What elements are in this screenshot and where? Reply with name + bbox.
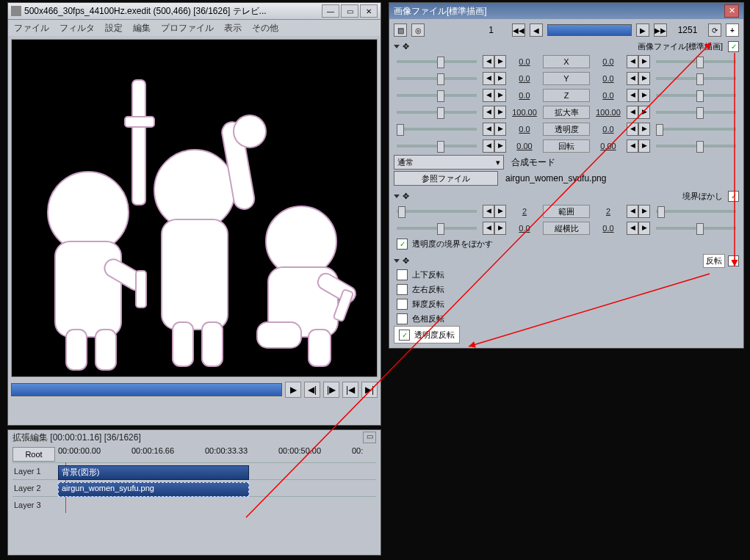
rot-value-right[interactable]: 0.00	[593, 142, 624, 150]
section-image-enable[interactable]: ✓	[728, 41, 739, 52]
minimize-button[interactable]: —	[322, 4, 339, 18]
scale-value-right[interactable]: 100.00	[593, 108, 624, 117]
rot-value-left[interactable]: 0.00	[509, 142, 540, 150]
flip-h-check[interactable]	[397, 284, 408, 295]
flip-v-check[interactable]	[397, 269, 408, 280]
aspect-slider-right[interactable]	[656, 227, 736, 230]
time-ruler[interactable]: 00:00:00.00 00:00:16.66 00:00:33.33 00:0…	[58, 446, 376, 462]
refresh-icon[interactable]: ⟳	[708, 23, 721, 37]
maximize-button[interactable]: ▭	[341, 4, 358, 18]
playback-slider[interactable]	[11, 383, 282, 396]
frame-prev-button[interactable]: ◀	[530, 23, 543, 37]
z-value-right[interactable]: 0.0	[593, 91, 624, 100]
alpha-slider-right[interactable]	[656, 128, 736, 131]
y-value-left[interactable]: 0.0	[509, 74, 540, 83]
layer-3-track[interactable]	[58, 498, 376, 512]
y-slider-right[interactable]	[656, 77, 736, 80]
clip-image[interactable]: airgun_women_syufu.png	[58, 482, 249, 497]
flip-lum-check[interactable]	[397, 299, 408, 310]
x-slider-left[interactable]	[397, 60, 477, 63]
timeline-collapse-icon[interactable]: ▭	[363, 432, 376, 443]
properties-close-button[interactable]: ✕	[724, 4, 739, 18]
next-kf-button[interactable]: ▶|	[361, 382, 378, 398]
layer-2-track[interactable]: airgun_women_syufu.png	[58, 481, 376, 495]
timeline-title[interactable]: 拡張編集 [00:00:01.16] [36/1626] ▭	[8, 430, 381, 445]
scale-slider-left[interactable]	[397, 111, 477, 114]
y-value-right[interactable]: 0.0	[593, 74, 624, 83]
z-slider-right[interactable]	[656, 94, 736, 97]
step-fwd-button[interactable]: |▶	[323, 382, 339, 398]
layer-2-label[interactable]: Layer 2	[12, 484, 58, 492]
app-icon	[11, 6, 21, 16]
aspect-value-left[interactable]: 0.0	[509, 224, 540, 233]
x-slider-right[interactable]	[656, 60, 736, 63]
layer-1-track[interactable]: 背景(図形)	[58, 465, 376, 478]
svg-rect-10	[202, 322, 223, 366]
reference-file-button[interactable]: 参照ファイル	[394, 171, 498, 186]
section-flip-enable[interactable]: ✓	[728, 255, 739, 266]
blur-alpha-check[interactable]: ✓	[397, 239, 408, 250]
frame-last-button[interactable]: ▶▶	[654, 23, 667, 37]
menu-other[interactable]: その他	[252, 22, 278, 34]
scale-value-left[interactable]: 100.00	[509, 108, 540, 117]
collapse-icon[interactable]	[394, 259, 400, 263]
layer-3-label[interactable]: Layer 3	[12, 501, 58, 509]
aspect-value-right[interactable]: 0.0	[593, 224, 624, 233]
menu-profile[interactable]: プロファイル	[161, 22, 214, 34]
scale-label[interactable]: 拡大率	[543, 106, 590, 119]
target-icon[interactable]: ◎	[411, 23, 425, 37]
range-value-left[interactable]: 2	[509, 207, 540, 216]
flip-hue-check[interactable]	[397, 313, 408, 324]
alpha-label[interactable]: 透明度	[543, 123, 590, 136]
prev-kf-button[interactable]: |◀	[342, 382, 358, 398]
anchor-icon[interactable]: ▨	[394, 23, 407, 37]
x-value-left[interactable]: 0.0	[509, 57, 540, 66]
collapse-icon[interactable]	[394, 45, 400, 48]
layer-1-label[interactable]: Layer 1	[12, 467, 58, 476]
x-inc[interactable]: ▶	[494, 55, 506, 68]
rot-slider-right[interactable]	[656, 145, 736, 148]
range-label[interactable]: 範囲	[543, 205, 590, 218]
root-button[interactable]: Root	[12, 447, 55, 462]
z-label[interactable]: Z	[543, 89, 590, 102]
play-button[interactable]: ▶	[285, 382, 301, 398]
alpha-value-left[interactable]: 0.0	[509, 125, 540, 134]
menu-edit[interactable]: 編集	[133, 22, 151, 34]
range-value-right[interactable]: 2	[593, 207, 624, 216]
main-titlebar[interactable]: 500x466_30fps_44100Hz.exedit (500,466) […	[8, 3, 381, 20]
flip-alpha-label: 透明度反転	[414, 330, 455, 341]
clip-background[interactable]: 背景(図形)	[58, 465, 249, 480]
y-label[interactable]: Y	[543, 72, 590, 85]
frame-first-button[interactable]: ◀◀	[512, 23, 525, 37]
alpha-value-right[interactable]: 0.0	[593, 125, 624, 134]
flip-alpha-check[interactable]: ✓	[399, 330, 410, 341]
svg-rect-18	[309, 330, 331, 366]
frame-next-button[interactable]: ▶	[636, 23, 649, 37]
menu-view[interactable]: 表示	[224, 22, 242, 34]
collapse-icon[interactable]	[394, 194, 400, 198]
rot-slider-left[interactable]	[397, 145, 477, 148]
properties-titlebar[interactable]: 画像ファイル[標準描画] ✕	[389, 3, 743, 19]
menu-file[interactable]: ファイル	[14, 22, 49, 34]
x-dec[interactable]: ◀	[483, 55, 494, 68]
range-slider-right[interactable]	[656, 210, 736, 213]
close-button[interactable]: ✕	[360, 4, 378, 18]
aspect-label[interactable]: 縦横比	[543, 222, 590, 235]
z-slider-left[interactable]	[397, 94, 477, 97]
frame-slider[interactable]	[547, 24, 632, 36]
x-value-right[interactable]: 0.0	[593, 57, 624, 66]
section-blur-enable[interactable]: ✓	[728, 191, 739, 202]
blend-mode-dropdown[interactable]: 通常▾	[394, 155, 504, 170]
x-label[interactable]: X	[543, 55, 590, 68]
rot-label[interactable]: 回転	[543, 139, 590, 153]
z-value-left[interactable]: 0.0	[509, 91, 540, 100]
add-filter-button[interactable]: +	[726, 23, 739, 37]
aspect-slider-left[interactable]	[397, 227, 477, 230]
step-back-button[interactable]: ◀|	[304, 382, 320, 398]
menu-settings[interactable]: 設定	[105, 22, 123, 34]
alpha-slider-left[interactable]	[397, 128, 477, 131]
y-slider-left[interactable]	[397, 77, 477, 80]
menu-filter[interactable]: フィルタ	[60, 22, 95, 34]
range-slider-left[interactable]	[397, 210, 477, 213]
scale-slider-right[interactable]	[656, 111, 736, 114]
